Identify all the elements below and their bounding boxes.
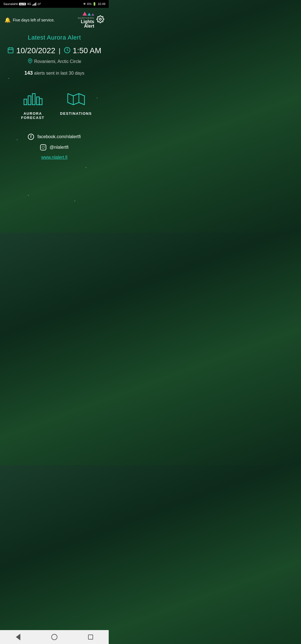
date-part: 10/20/2022	[7, 46, 55, 55]
notification-banner: 🔔 Five days left of service.	[4, 17, 78, 23]
clock-time: 10.49	[98, 2, 105, 6]
status-right: 👁 6% 🔋 10.49	[83, 2, 105, 6]
clock-icon	[64, 47, 71, 55]
svg-rect-7	[24, 99, 27, 105]
feature-grid: AURORA FORECAST DESTINATIONS	[6, 90, 103, 120]
svg-point-6	[29, 60, 31, 61]
svg-rect-10	[37, 97, 39, 105]
eye-icon: 👁	[83, 2, 86, 6]
settings-button[interactable]	[96, 15, 104, 25]
facebook-icon: f	[28, 134, 34, 140]
alert-date: 10/20/2022	[16, 46, 55, 55]
triangle-pink-icon	[82, 12, 87, 16]
alerts-number: 143	[24, 70, 33, 76]
star-decoration-6	[74, 201, 75, 201]
forecast-icon	[22, 90, 44, 108]
header-area: 🔔 Five days left of service. Northern Li…	[0, 8, 109, 31]
star-decoration-2	[97, 97, 98, 98]
instagram-handle: @nlalertfi	[50, 145, 69, 150]
svg-rect-8	[28, 96, 31, 105]
section-title: Latest Aurora Alert	[6, 34, 103, 41]
destinations-label: DESTINATIONS	[60, 111, 92, 116]
location-pin-icon	[28, 58, 33, 65]
svg-rect-9	[32, 94, 35, 105]
battery-level: 6%	[87, 2, 92, 6]
datetime-separator: |	[59, 47, 60, 55]
status-bar: Saunalahti VoLTE 4G ⊙² 👁 6% 🔋 10.49	[0, 0, 109, 8]
star-decoration-5	[28, 195, 29, 196]
forecast-label: AURORA FORECAST	[16, 111, 50, 120]
website-link[interactable]: www.nlalert.fi	[41, 155, 67, 160]
triangle-teal-icon	[88, 13, 91, 16]
location-text: Rovaniemi, Arctic Circle	[34, 59, 81, 64]
volte-badge: VoLTE	[19, 3, 26, 5]
svg-point-0	[99, 18, 101, 20]
facebook-row[interactable]: f facebook.com/nlalertfi	[28, 134, 81, 140]
star-decoration-1	[8, 78, 9, 79]
header-right: Northern Lights Alert	[78, 12, 104, 28]
calendar-icon	[7, 47, 14, 55]
destinations-button[interactable]: DESTINATIONS	[59, 90, 93, 116]
destinations-icon	[65, 90, 87, 108]
alerts-count: 143 alerts sent in last 30 days	[6, 70, 103, 76]
wifi-icon: ⊙²	[37, 2, 41, 6]
carrier-name: Saunalahti	[3, 2, 18, 6]
alerts-suffix: alerts sent in last 30 days	[33, 71, 84, 75]
facebook-link: facebook.com/nlalertfi	[37, 134, 81, 139]
bell-icon: 🔔	[4, 17, 11, 23]
alert-datetime: 10/20/2022 | 1:50 AM	[6, 46, 103, 55]
logo-lights: Lights	[78, 19, 94, 24]
network-type: 4G	[27, 2, 31, 6]
time-part: 1:50 AM	[64, 46, 101, 55]
status-left: Saunalahti VoLTE 4G ⊙²	[3, 2, 41, 6]
notification-text: Five days left of service.	[13, 18, 55, 22]
social-section: f facebook.com/nlalertfi @nlalertfi www.…	[6, 134, 103, 160]
alert-time: 1:50 AM	[73, 46, 101, 55]
aurora-forecast-button[interactable]: AURORA FORECAST	[16, 90, 50, 120]
logo-alert: Alert	[78, 24, 94, 28]
triangle-purple-icon	[91, 13, 94, 16]
instagram-icon	[40, 144, 46, 150]
star-decoration-4	[86, 167, 86, 168]
instagram-row[interactable]: @nlalertfi	[40, 144, 69, 150]
battery-icon: 🔋	[93, 2, 96, 6]
star-decoration-3	[17, 139, 18, 140]
location-row: Rovaniemi, Arctic Circle	[6, 58, 103, 65]
svg-rect-1	[8, 48, 13, 53]
app-logo: Northern Lights Alert	[78, 12, 94, 28]
svg-rect-11	[39, 99, 42, 105]
signal-bars	[32, 2, 36, 6]
logo-triangles	[78, 12, 94, 16]
main-content: Latest Aurora Alert 10/20/2022 |	[0, 31, 109, 174]
